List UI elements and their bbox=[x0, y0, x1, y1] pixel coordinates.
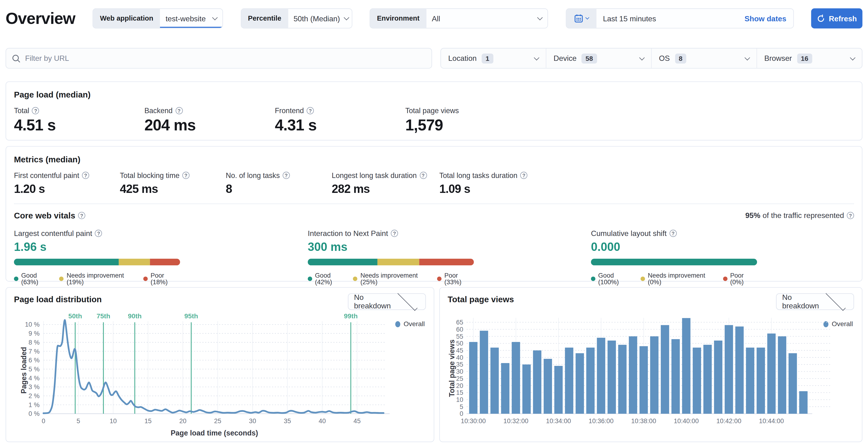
vital-lcp-legend-good: Good (63%) bbox=[21, 272, 53, 286]
filter-os[interactable]: OS 8 bbox=[652, 49, 757, 68]
url-filter-input[interactable] bbox=[25, 54, 426, 62]
page-views-breakdown-select[interactable]: No breakdown bbox=[776, 293, 854, 310]
chevron-down-icon bbox=[344, 15, 349, 20]
bar bbox=[640, 346, 648, 414]
vital-inp-bar bbox=[308, 259, 474, 265]
svg-text:55: 55 bbox=[456, 333, 463, 340]
top-bar: Overview Web application test-website Pe… bbox=[0, 0, 868, 31]
show-dates-link[interactable]: Show dates bbox=[738, 9, 793, 28]
svg-text:7 %: 7 % bbox=[29, 348, 40, 355]
web-application-label: Web application bbox=[93, 9, 160, 28]
svg-text:25: 25 bbox=[456, 375, 463, 382]
bar bbox=[799, 391, 807, 414]
good-segment bbox=[308, 259, 377, 265]
rum-overview-page: Overview Web application test-website Pe… bbox=[0, 0, 868, 444]
percentile-value: 50th (Median) bbox=[293, 14, 340, 23]
stat-total-label: Total bbox=[14, 107, 29, 115]
svg-text:10:36:00: 10:36:00 bbox=[589, 417, 613, 424]
filter-os-count-badge: 8 bbox=[675, 53, 686, 63]
svg-text:5 %: 5 % bbox=[29, 365, 40, 373]
help-icon[interactable] bbox=[82, 172, 89, 179]
calendar-menu-button[interactable] bbox=[566, 9, 596, 28]
stat-backend-value: 204 ms bbox=[144, 116, 275, 134]
help-icon[interactable] bbox=[182, 172, 190, 179]
refresh-button[interactable]: Refresh bbox=[811, 8, 863, 28]
vital-lcp-value: 1.96 s bbox=[14, 240, 180, 254]
stat-total-long-tasks-label: Total long tasks duration bbox=[439, 171, 517, 179]
percentile-control: Percentile 50th (Median) bbox=[241, 8, 352, 28]
stat-frontend-label: Frontend bbox=[275, 107, 304, 115]
needs-improvement-dot-icon bbox=[59, 276, 64, 281]
help-icon[interactable] bbox=[78, 212, 86, 219]
vital-cls-value: 0.000 bbox=[591, 240, 757, 254]
svg-text:5: 5 bbox=[76, 417, 80, 424]
svg-text:40: 40 bbox=[456, 354, 463, 361]
vital-lcp: Largest contentful paint 1.96 s Good (63… bbox=[14, 229, 180, 286]
vital-inp: Interaction to Next Paint 300 ms Good (4… bbox=[308, 229, 474, 286]
help-icon[interactable] bbox=[32, 107, 39, 114]
svg-text:10:30:00: 10:30:00 bbox=[461, 417, 486, 424]
svg-text:30: 30 bbox=[249, 417, 256, 424]
bar bbox=[533, 351, 541, 414]
poor-segment bbox=[150, 259, 180, 265]
percentile-marker-label: 90th bbox=[128, 312, 142, 320]
page-views-title: Total page views bbox=[448, 294, 514, 304]
bar bbox=[671, 339, 680, 414]
bar bbox=[714, 341, 722, 414]
stat-total-long-tasks: Total long tasks duration 1.09 s bbox=[439, 171, 545, 196]
percentile-marker-label: 99th bbox=[344, 312, 358, 320]
svg-text:20: 20 bbox=[179, 417, 186, 424]
page-load-distribution-panel: Page load distribution No breakdown Over… bbox=[6, 287, 434, 442]
vital-cls-legend-poor: Poor (0%) bbox=[730, 272, 757, 286]
vital-lcp-legend-poor: Poor (18%) bbox=[151, 272, 180, 286]
help-icon[interactable] bbox=[95, 230, 102, 237]
total-page-views-panel: Total page views No breakdown Overall To… bbox=[439, 287, 862, 442]
percentile-select[interactable]: 50th (Median) bbox=[288, 9, 352, 28]
filter-device[interactable]: Device 58 bbox=[547, 49, 652, 68]
stat-tbt-value: 425 ms bbox=[120, 182, 226, 196]
traffic-represented-note: 95% of the traffic represented bbox=[745, 211, 854, 219]
page-load-panel-title: Page load (median) bbox=[14, 90, 854, 99]
svg-text:0: 0 bbox=[460, 410, 463, 417]
filter-device-count-badge: 58 bbox=[582, 53, 597, 63]
bar bbox=[480, 331, 488, 414]
poor-dot-icon bbox=[723, 276, 727, 281]
good-segment bbox=[14, 259, 119, 265]
page-views-breakdown-value: No breakdown bbox=[782, 293, 819, 310]
svg-text:6 %: 6 % bbox=[29, 356, 40, 364]
help-icon[interactable] bbox=[283, 172, 290, 179]
page-load-panel: Page load (median) Total 4.51 s Backend … bbox=[6, 81, 863, 141]
help-icon[interactable] bbox=[175, 107, 183, 114]
stat-backend-label: Backend bbox=[144, 107, 173, 115]
chevron-down-icon bbox=[826, 291, 846, 311]
svg-text:45: 45 bbox=[353, 417, 361, 424]
help-icon[interactable] bbox=[307, 107, 314, 114]
distribution-title: Page load distribution bbox=[14, 294, 102, 304]
help-icon[interactable] bbox=[391, 230, 398, 237]
bar bbox=[597, 338, 605, 414]
svg-text:0: 0 bbox=[42, 417, 45, 424]
help-icon[interactable] bbox=[670, 230, 677, 237]
bar bbox=[512, 342, 520, 414]
stat-frontend-value: 4.31 s bbox=[275, 116, 405, 134]
chevron-down-icon bbox=[398, 291, 418, 311]
help-icon[interactable] bbox=[420, 172, 427, 179]
filter-browser[interactable]: Browser 16 bbox=[757, 49, 862, 68]
good-dot-icon bbox=[14, 276, 19, 281]
svg-text:10: 10 bbox=[456, 396, 463, 403]
percentile-label: Percentile bbox=[241, 9, 288, 28]
web-application-select[interactable]: test-website bbox=[160, 9, 223, 28]
good-segment bbox=[591, 259, 757, 265]
help-icon[interactable] bbox=[520, 172, 527, 179]
bar bbox=[629, 336, 637, 414]
vital-cls-legend-ni: Needs improvement (0%) bbox=[648, 272, 716, 286]
time-range-value[interactable]: Last 15 minutes bbox=[596, 9, 738, 28]
environment-select[interactable]: All bbox=[426, 9, 548, 28]
filter-location[interactable]: Location 1 bbox=[441, 49, 546, 68]
percentile-marker-label: 50th bbox=[68, 312, 82, 320]
distribution-x-axis-title: Page load time (seconds) bbox=[43, 429, 385, 437]
vital-cls-label: Cumulative layout shift bbox=[591, 229, 666, 237]
help-icon[interactable] bbox=[847, 212, 854, 219]
bar bbox=[490, 348, 499, 414]
distribution-breakdown-select[interactable]: No breakdown bbox=[348, 293, 426, 310]
